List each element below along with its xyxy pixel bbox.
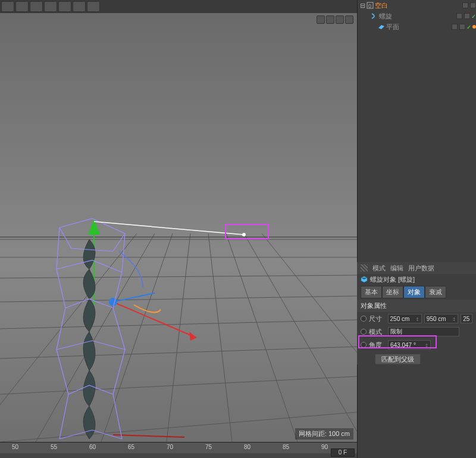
annotation-highlight xyxy=(225,224,269,239)
timeline-tick: 75 xyxy=(205,444,212,450)
helix-icon xyxy=(371,13,378,20)
attr-section-header: 对象属性 xyxy=(357,300,476,312)
object-row-plane[interactable]: 平面 ✓ xyxy=(358,21,476,32)
object-tag[interactable] xyxy=(452,24,458,30)
toolbar-button[interactable] xyxy=(87,1,100,12)
attr-tabs: 基本 坐标 对象 衰减 xyxy=(357,285,476,300)
menu-userdata[interactable]: 用户数据 xyxy=(408,264,434,273)
timeline-tick: 85 xyxy=(283,444,289,450)
timeline-tick: 60 xyxy=(89,444,96,450)
object-label: 空白 xyxy=(375,1,461,10)
current-frame-input[interactable]: 0 F xyxy=(331,448,355,457)
timeline-tick: 55 xyxy=(51,444,57,450)
attr-title: 螺旋对象 [螺旋] xyxy=(357,274,476,285)
svg-text:0: 0 xyxy=(368,3,371,9)
object-tag[interactable] xyxy=(456,13,462,19)
svg-line-23 xyxy=(113,435,184,437)
toolbar-button[interactable] xyxy=(1,1,14,12)
anim-dot-icon[interactable] xyxy=(361,316,367,322)
cube-icon xyxy=(361,276,368,283)
object-tag[interactable] xyxy=(462,2,468,8)
timeline-tick: 65 xyxy=(128,444,134,450)
attribute-manager: 模式 编辑 用户数据 螺旋对象 [螺旋] 基本 坐标 对象 衰减 对象属性 尺寸… xyxy=(357,262,476,364)
svg-point-20 xyxy=(109,298,117,306)
viewport-status: 网格间距: 100 cm xyxy=(295,428,353,440)
object-row-null[interactable]: ⊟ 0 空白 xyxy=(358,0,476,11)
svg-line-24 xyxy=(94,222,244,235)
timeline-ruler[interactable]: 50 55 60 65 70 75 80 85 90 xyxy=(0,443,357,453)
null-icon: 0 xyxy=(367,2,374,9)
size-label: 尺寸 xyxy=(369,314,386,323)
right-panel: ⊟ 0 空白 螺旋 ✓ 平面 ✓ xyxy=(357,0,476,458)
attr-row-size: 尺寸 250 cm‡ 950 cm‡ 25 xyxy=(357,312,476,325)
svg-marker-18 xyxy=(189,332,196,341)
svg-line-17 xyxy=(113,302,196,338)
viewport-3d[interactable]: 网格间距: 100 cm xyxy=(0,13,357,442)
grip-icon[interactable] xyxy=(361,264,368,272)
annotation-highlight xyxy=(358,335,437,348)
toolbar-button[interactable] xyxy=(73,1,86,12)
timeline-tick: 90 xyxy=(321,444,328,450)
object-tag[interactable] xyxy=(459,24,465,30)
tab-object[interactable]: 对象 xyxy=(403,286,425,298)
tab-falloff[interactable]: 衰减 xyxy=(425,286,446,298)
tab-basic[interactable]: 基本 xyxy=(361,286,382,298)
toolbar-button[interactable] xyxy=(15,1,29,12)
size-y-input[interactable]: 950 cm‡ xyxy=(424,314,458,323)
svg-line-19 xyxy=(113,293,155,302)
object-tag[interactable] xyxy=(464,13,470,19)
object-manager[interactable]: ⊟ 0 空白 螺旋 ✓ 平面 ✓ xyxy=(358,0,476,32)
tag-dot-icon[interactable] xyxy=(472,25,476,29)
attr-menu-bar: 模式 编辑 用户数据 xyxy=(357,262,476,274)
timeline-tick: 80 xyxy=(244,444,250,450)
size-x-input[interactable]: 250 cm‡ xyxy=(388,314,422,323)
tab-coord[interactable]: 坐标 xyxy=(382,286,403,298)
menu-mode[interactable]: 模式 xyxy=(372,264,386,273)
object-tag[interactable] xyxy=(470,2,476,8)
anim-dot-icon[interactable] xyxy=(361,329,367,335)
scene-objects xyxy=(0,13,357,442)
size-z-input[interactable]: 25 xyxy=(461,314,472,323)
object-row-helix[interactable]: 螺旋 ✓ xyxy=(358,11,476,21)
attr-title-text: 螺旋对象 [螺旋] xyxy=(370,275,415,284)
timeline[interactable]: 50 55 60 65 70 75 80 85 90 0 F xyxy=(0,442,357,458)
menu-edit[interactable]: 编辑 xyxy=(390,264,403,273)
plane-icon xyxy=(378,23,385,30)
object-label: 螺旋 xyxy=(379,12,455,21)
check-icon[interactable]: ✓ xyxy=(471,13,476,20)
toolbar-button[interactable] xyxy=(58,1,71,12)
toolbar-button[interactable] xyxy=(30,1,43,12)
fit-to-parent-button[interactable]: 匹配到父级 xyxy=(375,354,421,364)
toolbar-button[interactable] xyxy=(44,1,57,12)
check-icon[interactable]: ✓ xyxy=(466,24,471,30)
timeline-tick: 70 xyxy=(167,444,173,450)
object-label: 平面 xyxy=(386,23,450,32)
timeline-tick: 50 xyxy=(12,444,18,450)
top-toolbar xyxy=(0,0,357,13)
